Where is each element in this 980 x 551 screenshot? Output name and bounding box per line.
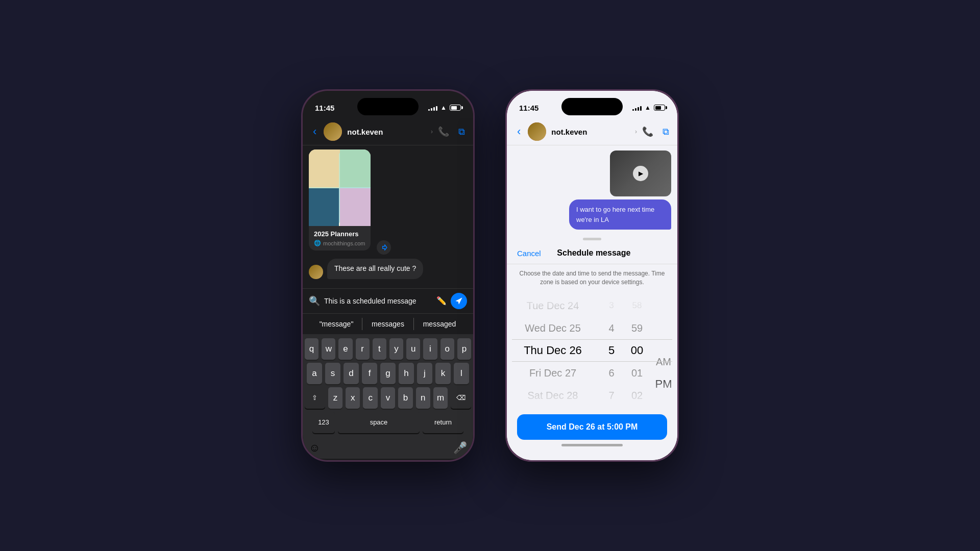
globe-icon: 🌐 [314, 240, 321, 246]
picker-minute-item-3[interactable]: 01 [626, 362, 648, 384]
video-btn-1[interactable]: ⧉ [458, 127, 465, 137]
signal-bar-2 [431, 108, 432, 111]
cancel-button-sheet[interactable]: Cancel [517, 249, 541, 258]
nav-avatar-img-1 [324, 122, 342, 141]
key-123[interactable]: 123 [312, 412, 335, 433]
play-button-overlay[interactable]: ▶ [633, 166, 648, 181]
autocomplete-bar-1: "message" messages messaged [303, 313, 473, 334]
key-g[interactable]: g [380, 363, 396, 384]
chat-area-1: 2025 Planners 🌐 mochithings.com T [303, 145, 473, 288]
nav-back-btn-1[interactable]: ‹ [311, 124, 318, 139]
picker-date-item-3[interactable]: Thu Dec 26 [509, 339, 597, 362]
nav-back-btn-2[interactable]: ‹ [515, 124, 523, 139]
key-delete[interactable]: ⌫ [451, 387, 471, 409]
key-d[interactable]: d [344, 363, 359, 384]
nav-username-1[interactable]: not.keven [347, 128, 425, 136]
key-o[interactable]: o [440, 338, 454, 360]
search-icon-1: 🔍 [309, 295, 320, 307]
key-a[interactable]: a [307, 363, 322, 384]
picker-date-item-4[interactable]: Fri Dec 27 [509, 362, 597, 384]
picker-minute-item-2[interactable]: 00 [626, 339, 648, 362]
nav-avatar-2 [528, 122, 546, 141]
mic-button[interactable]: 🎤 [453, 441, 467, 455]
key-space[interactable]: space [338, 412, 420, 433]
key-x[interactable]: x [346, 387, 360, 409]
key-u[interactable]: u [406, 338, 420, 360]
picker-date-column[interactable]: Mon Dec 23 Tue Dec 24 Wed Dec 25 Thu Dec… [507, 292, 599, 409]
picker-ampm-pm[interactable]: PM [652, 373, 675, 395]
key-b[interactable]: b [398, 387, 412, 409]
incoming-message-row: These are all really cute ? [309, 259, 467, 279]
phone-call-btn-2[interactable]: 📞 [642, 126, 653, 137]
date-time-picker[interactable]: Mon Dec 23 Tue Dec 24 Wed Dec 25 Thu Dec… [507, 292, 677, 409]
battery-icon-2 [654, 105, 665, 111]
autocomplete-word-3[interactable]: messaged [414, 318, 465, 330]
key-c[interactable]: c [363, 387, 377, 409]
picker-minute-item-0[interactable]: 58 [626, 294, 648, 317]
status-time-1: 11:45 [315, 104, 334, 112]
key-y[interactable]: y [389, 338, 403, 360]
home-indicator-2 [507, 440, 677, 450]
dynamic-island-2 [561, 98, 623, 115]
key-shift[interactable]: ⇧ [305, 387, 325, 409]
schedule-sheet-title: Schedule message [557, 248, 630, 258]
picker-date-item-2[interactable]: Wed Dec 25 [509, 317, 597, 339]
key-w[interactable]: w [322, 338, 335, 360]
picker-minute-item-1[interactable]: 59 [626, 317, 648, 339]
picker-minute-item-4[interactable]: 02 [626, 384, 648, 407]
key-r[interactable]: r [356, 338, 370, 360]
video-btn-2[interactable]: ⧉ [663, 127, 669, 137]
nav-username-2[interactable]: not.keven [551, 128, 629, 136]
autocomplete-word-1[interactable]: "message" [311, 318, 362, 330]
autocomplete-word-2[interactable]: messages [362, 318, 414, 330]
send-schedule-button[interactable]: Send Dec 26 at 5:00 PM [517, 414, 667, 440]
dynamic-island-1 [357, 98, 419, 115]
emoji-button[interactable]: ☺ [309, 441, 320, 455]
picker-hour-item-1[interactable]: 4 [601, 317, 622, 339]
key-v[interactable]: v [381, 387, 395, 409]
outgoing-bubble: I want to go here next time we're in LA [569, 199, 671, 230]
picker-ampm-am[interactable]: AM [652, 350, 675, 373]
key-m[interactable]: m [433, 387, 448, 409]
key-z[interactable]: z [328, 387, 342, 409]
nav-actions-1: 📞 ⧉ [438, 126, 465, 137]
send-button-1[interactable] [451, 293, 467, 309]
send-arrow-icon-1 [455, 297, 463, 305]
key-f[interactable]: f [362, 363, 377, 384]
picker-date-item-6[interactable]: Sun Dec 29 [509, 407, 597, 409]
picker-minute-column[interactable]: 58 59 00 01 02 [624, 294, 650, 407]
share-icon-btn[interactable] [377, 240, 391, 255]
picker-hour-item-0[interactable]: 3 [601, 294, 622, 317]
picker-date-item-5[interactable]: Sat Dec 28 [509, 384, 597, 407]
key-s[interactable]: s [325, 363, 340, 384]
key-return[interactable]: return [423, 412, 463, 433]
signal-bar-2-4 [640, 106, 642, 111]
picker-hour-item-4[interactable]: 7 [601, 384, 622, 407]
picker-hour-column[interactable]: 3 4 5 6 7 [599, 294, 624, 407]
picker-hour-item-3[interactable]: 6 [601, 362, 622, 384]
nav-avatar-1 [324, 122, 342, 141]
signal-bar-2-1 [632, 109, 634, 111]
key-n[interactable]: n [416, 387, 430, 409]
nav-actions-2: 📞 ⧉ [642, 126, 669, 137]
picker-hour-item-2[interactable]: 5 [601, 339, 622, 362]
key-j[interactable]: j [417, 363, 432, 384]
edit-icon-1[interactable]: ✏️ [436, 296, 447, 306]
sheet-subtitle: Choose the date and time to send the mes… [507, 264, 677, 292]
picker-ampm-column[interactable]: AM PM [650, 306, 677, 395]
phone-call-btn-1[interactable]: 📞 [438, 126, 449, 137]
key-t[interactable]: t [373, 338, 386, 360]
shared-post-card[interactable]: 2025 Planners 🌐 mochithings.com [309, 149, 371, 251]
key-i[interactable]: i [423, 338, 437, 360]
message-input-1[interactable] [324, 294, 432, 308]
key-p[interactable]: p [457, 338, 471, 360]
key-e[interactable]: e [338, 338, 352, 360]
key-h[interactable]: h [399, 363, 414, 384]
input-row-1: 🔍 ✏️ [303, 288, 473, 313]
picker-date-item-1[interactable]: Tue Dec 24 [509, 294, 597, 317]
keyboard-row-2: a s d f g h j k l [305, 363, 471, 384]
key-l[interactable]: l [454, 363, 469, 384]
key-k[interactable]: k [435, 363, 451, 384]
planner-cell-3 [309, 188, 339, 226]
key-q[interactable]: q [305, 338, 318, 360]
